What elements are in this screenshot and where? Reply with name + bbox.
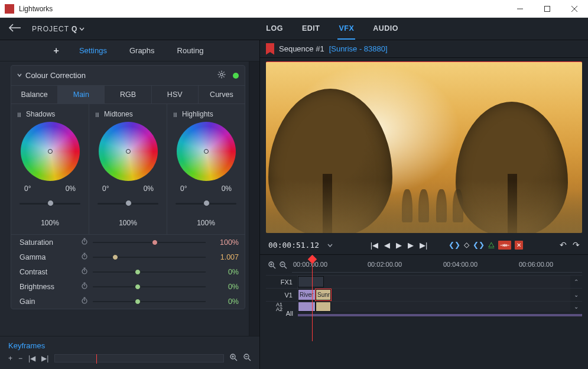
shadows-colour-wheel[interactable] xyxy=(21,122,80,181)
shadows-master-slider[interactable] xyxy=(16,200,84,214)
levels-icon[interactable]: ⫼ xyxy=(172,111,178,118)
cc-tab-main[interactable]: Main xyxy=(58,86,105,103)
timecode-display[interactable]: 00:00:51.12 xyxy=(268,241,319,250)
mark-out-button[interactable]: ❮❯ xyxy=(473,241,485,249)
timeline-ruler[interactable]: 00:00:00.00 00:02:00.00 00:04:00.00 00:0… xyxy=(292,260,582,273)
tab-audio[interactable]: AUDIO xyxy=(372,18,399,40)
midtones-colour-wheel[interactable] xyxy=(99,122,158,181)
tab-log[interactable]: LOG xyxy=(265,18,284,40)
keyframe-zoom-out-button[interactable] xyxy=(243,354,251,363)
levels-icon[interactable]: ⫼ xyxy=(16,111,22,118)
bookmark-icon[interactable] xyxy=(266,43,274,55)
fx-tab-routing[interactable]: Routing xyxy=(175,41,206,60)
go-to-start-button[interactable]: |◀ xyxy=(369,239,379,251)
fx-tab-settings[interactable]: Settings xyxy=(77,41,109,60)
track-lane-v1[interactable]: River Sunr xyxy=(298,289,570,301)
cc-tab-hsv[interactable]: HSV xyxy=(152,86,199,103)
redo-button[interactable]: ↷ xyxy=(573,240,580,250)
cc-tab-curves[interactable]: Curves xyxy=(199,86,245,103)
param-value-gain[interactable]: 0% xyxy=(210,297,239,306)
tab-vfx[interactable]: VFX xyxy=(337,18,355,40)
param-keyframe-toggle-brightness[interactable] xyxy=(81,282,88,291)
play-button[interactable]: ▶ xyxy=(395,239,403,251)
audio-clip[interactable] xyxy=(298,302,316,312)
keyframe-next-button[interactable]: ▶| xyxy=(41,354,48,362)
step-forward-button[interactable]: ▶ xyxy=(407,239,415,251)
keyframe-track[interactable] xyxy=(54,354,224,362)
remove-button[interactable]: ⇥⇤ xyxy=(498,241,511,250)
track-label-v1[interactable]: V1 xyxy=(266,289,298,301)
fx-clip[interactable] xyxy=(298,276,324,287)
fx-panel-scrollbar[interactable] xyxy=(249,62,259,336)
param-value-gamma[interactable]: 1.007 xyxy=(210,253,239,261)
timeline-playhead[interactable] xyxy=(312,258,313,341)
track-all-overview[interactable]: All xyxy=(298,314,582,316)
window-minimize-button[interactable] xyxy=(506,0,534,18)
midtones-pct[interactable]: 0% xyxy=(144,184,154,193)
param-slider-gain[interactable] xyxy=(93,297,206,306)
shadows-master-value[interactable]: 100% xyxy=(16,219,84,227)
param-value-contrast[interactable]: 0% xyxy=(210,268,239,276)
add-effect-button[interactable]: + xyxy=(54,46,59,56)
param-keyframe-toggle-contrast[interactable] xyxy=(81,267,88,276)
highlights-pct[interactable]: 0% xyxy=(222,184,232,193)
param-slider-contrast[interactable] xyxy=(93,268,206,276)
param-slider-brightness[interactable] xyxy=(93,283,206,291)
video-clip-river[interactable]: River xyxy=(298,289,316,300)
effect-enable-toggle[interactable] xyxy=(233,73,239,79)
track-expand-audio[interactable]: ⌄ xyxy=(570,302,582,312)
track-label-fx1[interactable]: FX1 xyxy=(266,276,298,288)
shadows-angle[interactable]: 0° xyxy=(24,184,31,193)
track-label-all[interactable]: All xyxy=(266,310,298,317)
cue-marker-button[interactable]: ⧋ xyxy=(488,241,495,249)
project-dropdown-caret[interactable] xyxy=(79,25,85,32)
back-icon[interactable] xyxy=(8,22,21,35)
levels-icon[interactable]: ⫼ xyxy=(94,111,100,118)
track-expand-v1[interactable]: ⌄ xyxy=(570,289,582,301)
keyframe-prev-button[interactable]: |◀ xyxy=(28,354,35,362)
sequence-name[interactable]: Sequence #1 xyxy=(279,44,324,53)
preview-monitor[interactable] xyxy=(266,62,582,233)
keyframe-zoom-in-button[interactable] xyxy=(230,354,238,363)
keyframe-remove-button[interactable]: − xyxy=(18,354,22,362)
highlights-master-slider[interactable] xyxy=(172,200,240,214)
param-keyframe-toggle-saturation[interactable] xyxy=(81,238,88,247)
cc-tab-balance[interactable]: Balance xyxy=(11,86,58,103)
highlights-master-value[interactable]: 100% xyxy=(172,219,240,227)
param-value-brightness[interactable]: 0% xyxy=(210,283,239,291)
highlights-angle[interactable]: 0° xyxy=(180,184,187,193)
go-to-end-button[interactable]: ▶| xyxy=(418,239,428,251)
param-slider-saturation[interactable] xyxy=(93,238,206,247)
param-keyframe-toggle-gain[interactable] xyxy=(81,297,88,306)
track-lane-audio[interactable] xyxy=(298,302,570,312)
highlights-colour-wheel[interactable] xyxy=(177,122,236,181)
track-lane-fx1[interactable] xyxy=(298,276,570,288)
delete-button[interactable]: ✕ xyxy=(515,241,523,250)
tab-edit[interactable]: EDIT xyxy=(301,18,321,40)
video-clip-sunrise[interactable]: Sunr xyxy=(316,289,331,300)
midtones-master-slider[interactable] xyxy=(94,200,162,214)
param-keyframe-toggle-gamma[interactable] xyxy=(81,253,88,261)
project-name[interactable]: Q xyxy=(72,25,77,33)
track-expand-fx1[interactable]: ⌃ xyxy=(570,276,582,288)
mark-in-button[interactable]: ❮❯ xyxy=(449,241,460,249)
undo-button[interactable]: ↶ xyxy=(560,240,567,250)
midtones-master-value[interactable]: 100% xyxy=(94,219,162,227)
mark-clear-button[interactable]: ◇ xyxy=(464,241,469,249)
sequence-clip-name[interactable]: [Sunrise - 83880] xyxy=(329,44,388,53)
panel-settings-button[interactable] xyxy=(217,70,226,80)
audio-clip[interactable] xyxy=(316,302,331,312)
param-value-saturation[interactable]: 100% xyxy=(210,238,239,247)
timeline-zoom-in-button[interactable] xyxy=(268,261,276,271)
midtones-angle[interactable]: 0° xyxy=(102,184,109,193)
window-maximize-button[interactable] xyxy=(534,0,561,18)
cc-tab-rgb[interactable]: RGB xyxy=(105,86,151,103)
timeline-zoom-out-button[interactable] xyxy=(280,261,287,271)
keyframe-playhead[interactable] xyxy=(96,354,97,364)
shadows-pct[interactable]: 0% xyxy=(66,184,76,193)
timecode-dropdown[interactable] xyxy=(327,242,333,248)
keyframe-add-button[interactable]: + xyxy=(8,354,12,362)
fx-tab-graphs[interactable]: Graphs xyxy=(127,41,157,60)
panel-collapse-caret[interactable] xyxy=(17,72,22,79)
window-close-button[interactable] xyxy=(561,0,588,18)
